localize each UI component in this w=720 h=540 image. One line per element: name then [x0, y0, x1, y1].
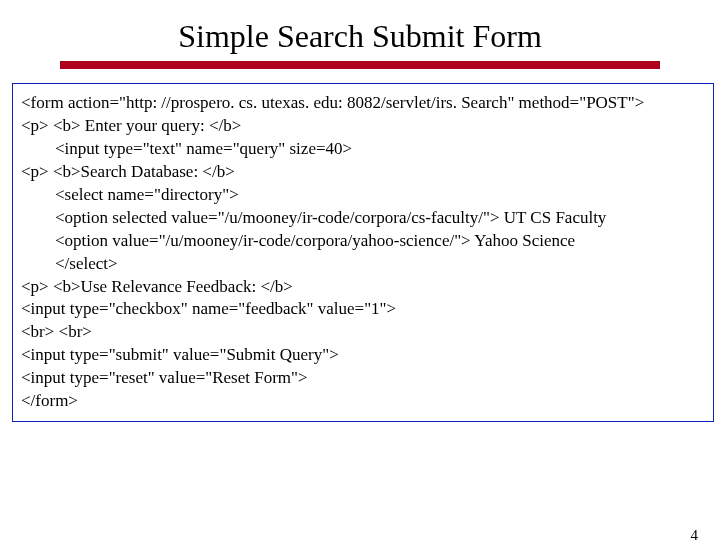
- code-line: <p> <b>Search Database: </b>: [21, 161, 707, 184]
- code-line: <form action="http: //prospero. cs. utex…: [21, 92, 707, 115]
- code-line: <input type="reset" value="Reset Form">: [21, 367, 707, 390]
- code-line: </select>: [21, 253, 707, 276]
- code-box: <form action="http: //prospero. cs. utex…: [12, 83, 714, 422]
- code-line: <input type="text" name="query" size=40>: [21, 138, 707, 161]
- code-line: <input type="checkbox" name="feedback" v…: [21, 298, 707, 321]
- page-number: 4: [691, 527, 699, 540]
- code-line: <option value="/u/mooney/ir-code/corpora…: [21, 230, 707, 253]
- code-line: </form>: [21, 390, 707, 413]
- code-line: <option selected value="/u/mooney/ir-cod…: [21, 207, 707, 230]
- slide: Simple Search Submit Form <form action="…: [0, 18, 720, 540]
- code-line: <br> <br>: [21, 321, 707, 344]
- title-underline: [60, 61, 660, 69]
- code-line: <input type="submit" value="Submit Query…: [21, 344, 707, 367]
- code-line: <p> <b> Enter your query: </b>: [21, 115, 707, 138]
- code-line: <select name="directory">: [21, 184, 707, 207]
- slide-title: Simple Search Submit Form: [0, 18, 720, 55]
- code-line: <p> <b>Use Relevance Feedback: </b>: [21, 276, 707, 299]
